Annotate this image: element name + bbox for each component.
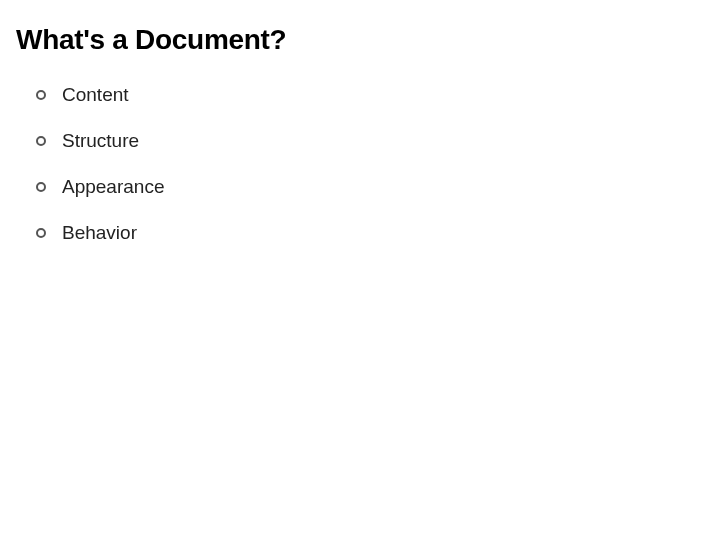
circle-bullet-icon — [36, 90, 46, 100]
list-item: Structure — [36, 130, 704, 152]
list-item-label: Content — [62, 84, 129, 106]
bullet-list: Content Structure Appearance Behavior — [16, 84, 704, 244]
circle-bullet-icon — [36, 136, 46, 146]
circle-bullet-icon — [36, 228, 46, 238]
list-item-label: Appearance — [62, 176, 164, 198]
list-item: Content — [36, 84, 704, 106]
list-item-label: Structure — [62, 130, 139, 152]
list-item-label: Behavior — [62, 222, 137, 244]
circle-bullet-icon — [36, 182, 46, 192]
slide-title: What's a Document? — [16, 24, 704, 56]
list-item: Appearance — [36, 176, 704, 198]
list-item: Behavior — [36, 222, 704, 244]
